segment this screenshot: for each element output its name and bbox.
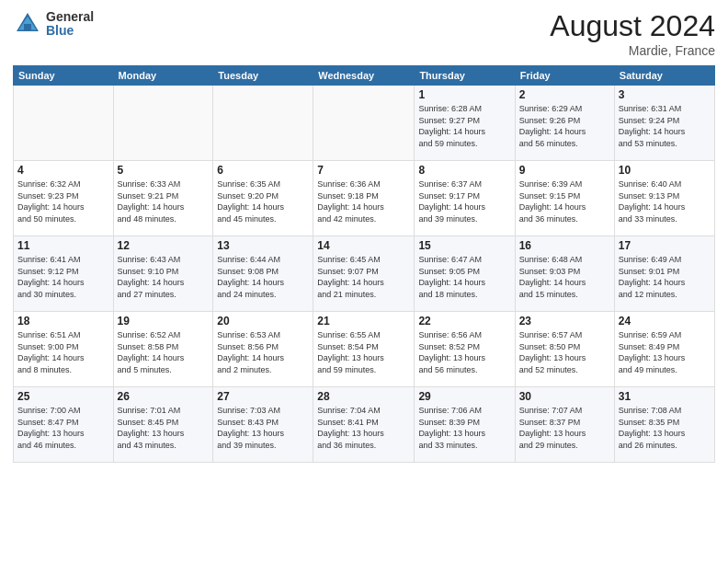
day-number: 13 (217, 239, 309, 252)
day-number: 19 (118, 315, 210, 327)
calendar-header-sunday: Sunday (14, 66, 114, 86)
day-info: Sunrise: 6:43 AMSunset: 9:10 PMDaylight:… (118, 254, 210, 300)
day-info: Sunrise: 6:57 AMSunset: 8:50 PMDaylight:… (519, 329, 610, 375)
calendar-cell: 9Sunrise: 6:39 AMSunset: 9:15 PMDaylight… (515, 161, 614, 236)
day-info: Sunrise: 6:39 AMSunset: 9:15 PMDaylight:… (519, 178, 610, 224)
day-number: 5 (118, 164, 210, 177)
logo-general-label: General (46, 10, 94, 24)
calendar-cell: 25Sunrise: 7:00 AMSunset: 8:47 PMDayligh… (14, 387, 114, 463)
calendar-cell (213, 86, 313, 161)
day-number: 2 (519, 88, 610, 101)
calendar-week-4: 18Sunrise: 6:51 AMSunset: 9:00 PMDayligh… (14, 312, 715, 387)
day-number: 18 (17, 315, 109, 327)
day-number: 8 (418, 164, 510, 177)
day-number: 4 (17, 164, 109, 177)
day-number: 11 (17, 239, 109, 252)
calendar-cell: 22Sunrise: 6:56 AMSunset: 8:52 PMDayligh… (415, 312, 515, 387)
day-number: 23 (519, 315, 610, 327)
day-number: 22 (418, 315, 510, 327)
calendar-cell: 16Sunrise: 6:48 AMSunset: 9:03 PMDayligh… (515, 236, 614, 312)
day-info: Sunrise: 6:32 AMSunset: 9:23 PMDaylight:… (17, 178, 109, 224)
calendar-cell: 26Sunrise: 7:01 AMSunset: 8:45 PMDayligh… (113, 387, 213, 463)
day-number: 1 (418, 88, 510, 101)
page-container: General Blue August 2024 Mardie, France … (0, 0, 728, 563)
day-number: 28 (317, 390, 410, 403)
day-info: Sunrise: 6:29 AMSunset: 9:26 PMDaylight:… (519, 103, 610, 149)
calendar-cell: 10Sunrise: 6:40 AMSunset: 9:13 PMDayligh… (614, 161, 714, 236)
day-info: Sunrise: 7:06 AMSunset: 8:39 PMDaylight:… (418, 405, 510, 451)
logo-text: General Blue (46, 10, 94, 39)
day-info: Sunrise: 6:55 AMSunset: 8:54 PMDaylight:… (317, 329, 410, 375)
location-label: Mardie, France (550, 43, 715, 58)
calendar-cell: 13Sunrise: 6:44 AMSunset: 9:08 PMDayligh… (213, 236, 313, 312)
calendar-cell: 17Sunrise: 6:49 AMSunset: 9:01 PMDayligh… (614, 236, 714, 312)
day-info: Sunrise: 6:40 AMSunset: 9:13 PMDaylight:… (619, 178, 711, 224)
calendar-cell: 6Sunrise: 6:35 AMSunset: 9:20 PMDaylight… (213, 161, 313, 236)
day-info: Sunrise: 7:07 AMSunset: 8:37 PMDaylight:… (519, 405, 610, 451)
day-number: 17 (619, 239, 711, 252)
calendar-cell: 21Sunrise: 6:55 AMSunset: 8:54 PMDayligh… (313, 312, 415, 387)
day-info: Sunrise: 7:01 AMSunset: 8:45 PMDaylight:… (118, 405, 210, 451)
day-info: Sunrise: 6:48 AMSunset: 9:03 PMDaylight:… (519, 254, 610, 300)
logo-icon (13, 9, 42, 39)
day-info: Sunrise: 6:53 AMSunset: 8:56 PMDaylight:… (217, 329, 309, 375)
day-number: 6 (217, 164, 309, 177)
calendar-cell: 15Sunrise: 6:47 AMSunset: 9:05 PMDayligh… (415, 236, 515, 312)
calendar-cell: 29Sunrise: 7:06 AMSunset: 8:39 PMDayligh… (415, 387, 515, 463)
calendar-cell (313, 86, 415, 161)
day-info: Sunrise: 7:04 AMSunset: 8:41 PMDaylight:… (317, 405, 410, 451)
calendar-cell: 1Sunrise: 6:28 AMSunset: 9:27 PMDaylight… (415, 86, 515, 161)
day-info: Sunrise: 6:28 AMSunset: 9:27 PMDaylight:… (418, 103, 510, 149)
day-info: Sunrise: 6:52 AMSunset: 8:58 PMDaylight:… (118, 329, 210, 375)
day-number: 9 (519, 164, 610, 177)
day-info: Sunrise: 6:56 AMSunset: 8:52 PMDaylight:… (418, 329, 510, 375)
calendar-header-monday: Monday (113, 66, 213, 86)
calendar-week-5: 25Sunrise: 7:00 AMSunset: 8:47 PMDayligh… (14, 387, 715, 463)
day-number: 10 (619, 164, 711, 177)
day-number: 12 (118, 239, 210, 252)
calendar-cell: 7Sunrise: 6:36 AMSunset: 9:18 PMDaylight… (313, 161, 415, 236)
day-number: 24 (619, 315, 711, 327)
day-info: Sunrise: 6:31 AMSunset: 9:24 PMDaylight:… (619, 103, 711, 149)
day-info: Sunrise: 6:51 AMSunset: 9:00 PMDaylight:… (17, 329, 109, 375)
calendar-cell: 27Sunrise: 7:03 AMSunset: 8:43 PMDayligh… (213, 387, 313, 463)
calendar-cell: 24Sunrise: 6:59 AMSunset: 8:49 PMDayligh… (614, 312, 714, 387)
calendar-cell: 20Sunrise: 6:53 AMSunset: 8:56 PMDayligh… (213, 312, 313, 387)
calendar-cell (14, 86, 114, 161)
calendar-week-2: 4Sunrise: 6:32 AMSunset: 9:23 PMDaylight… (14, 161, 715, 236)
day-info: Sunrise: 6:33 AMSunset: 9:21 PMDaylight:… (118, 178, 210, 224)
day-number: 25 (17, 390, 109, 403)
page-header: General Blue August 2024 Mardie, France (13, 9, 715, 58)
day-number: 7 (317, 164, 410, 177)
day-number: 16 (519, 239, 610, 252)
month-title: August 2024 (550, 9, 715, 43)
day-info: Sunrise: 7:08 AMSunset: 8:35 PMDaylight:… (619, 405, 711, 451)
day-info: Sunrise: 6:44 AMSunset: 9:08 PMDaylight:… (217, 254, 309, 300)
calendar-cell: 28Sunrise: 7:04 AMSunset: 8:41 PMDayligh… (313, 387, 415, 463)
day-info: Sunrise: 6:45 AMSunset: 9:07 PMDaylight:… (317, 254, 410, 300)
day-info: Sunrise: 7:00 AMSunset: 8:47 PMDaylight:… (17, 405, 109, 451)
day-number: 27 (217, 390, 309, 403)
day-number: 14 (317, 239, 410, 252)
calendar-cell: 5Sunrise: 6:33 AMSunset: 9:21 PMDaylight… (113, 161, 213, 236)
calendar-cell: 4Sunrise: 6:32 AMSunset: 9:23 PMDaylight… (14, 161, 114, 236)
calendar-cell: 12Sunrise: 6:43 AMSunset: 9:10 PMDayligh… (113, 236, 213, 312)
logo-blue-label: Blue (46, 24, 94, 38)
day-info: Sunrise: 6:47 AMSunset: 9:05 PMDaylight:… (418, 254, 510, 300)
day-number: 29 (418, 390, 510, 403)
title-block: August 2024 Mardie, France (550, 9, 715, 58)
day-number: 26 (118, 390, 210, 403)
calendar-cell: 23Sunrise: 6:57 AMSunset: 8:50 PMDayligh… (515, 312, 614, 387)
calendar-cell: 31Sunrise: 7:08 AMSunset: 8:35 PMDayligh… (614, 387, 714, 463)
svg-rect-2 (24, 24, 31, 31)
day-info: Sunrise: 6:35 AMSunset: 9:20 PMDaylight:… (217, 178, 309, 224)
calendar-cell: 30Sunrise: 7:07 AMSunset: 8:37 PMDayligh… (515, 387, 614, 463)
calendar-week-3: 11Sunrise: 6:41 AMSunset: 9:12 PMDayligh… (14, 236, 715, 312)
day-number: 15 (418, 239, 510, 252)
calendar-cell: 11Sunrise: 6:41 AMSunset: 9:12 PMDayligh… (14, 236, 114, 312)
day-info: Sunrise: 6:41 AMSunset: 9:12 PMDaylight:… (17, 254, 109, 300)
calendar-cell: 8Sunrise: 6:37 AMSunset: 9:17 PMDaylight… (415, 161, 515, 236)
day-info: Sunrise: 6:36 AMSunset: 9:18 PMDaylight:… (317, 178, 410, 224)
calendar-header-thursday: Thursday (415, 66, 515, 86)
calendar-header-wednesday: Wednesday (313, 66, 415, 86)
